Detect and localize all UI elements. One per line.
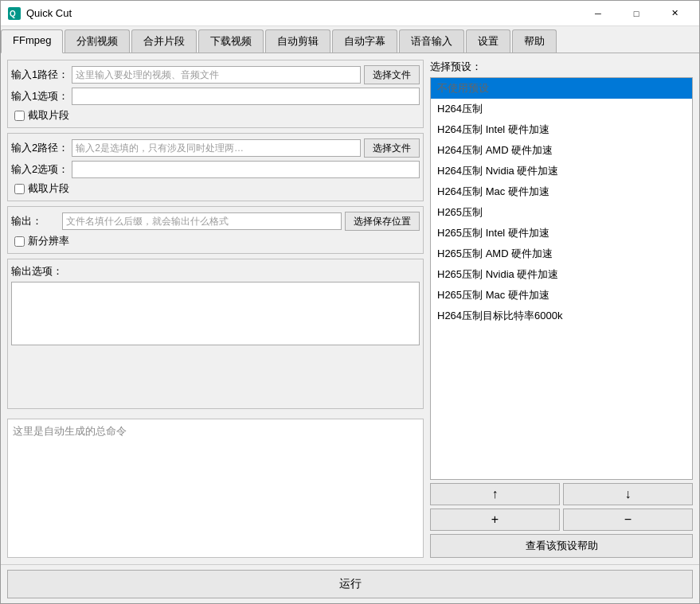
input2-section: 输入2路径： 选择文件 输入2选项： 截取片段	[7, 133, 424, 201]
input2-clip-row: 截取片段	[14, 181, 420, 196]
command-area: 这里是自动生成的总命令	[7, 419, 424, 558]
window-title: Quick Cut	[26, 7, 580, 19]
output-label: 输出：	[11, 214, 59, 228]
preset-up-btn[interactable]: ↑	[430, 483, 560, 505]
right-panel: 选择预设： 不使用预设H264压制H264压制 Intel 硬件加速H264压制…	[430, 60, 693, 558]
main-window: Q Quick Cut ─ □ ✕ FFmpeg 分割视频 合并片段 下载视频 …	[0, 0, 700, 604]
preset-item[interactable]: H264压制 AMD 硬件加速	[431, 140, 692, 161]
input2-options-row: 输入2选项：	[11, 161, 420, 178]
input1-clip-label: 截取片段	[28, 108, 69, 123]
tab-voice-input[interactable]: 语音输入	[399, 29, 464, 53]
output-options-row: 输出选项：	[11, 264, 420, 279]
output-save-btn[interactable]: 选择保存位置	[345, 212, 420, 231]
svg-text:Q: Q	[10, 10, 16, 18]
title-bar: Q Quick Cut ─ □ ✕	[1, 1, 699, 26]
preset-add-btn[interactable]: +	[430, 509, 560, 531]
input2-file-btn[interactable]: 选择文件	[364, 138, 420, 158]
input2-options-field[interactable]	[72, 161, 420, 178]
preset-remove-btn[interactable]: −	[563, 509, 693, 531]
input1-options-label: 输入1选项：	[11, 89, 68, 103]
preset-item[interactable]: H265压制 AMD 硬件加速	[431, 244, 692, 264]
preset-item[interactable]: H264压制 Nvidia 硬件加速	[431, 161, 692, 181]
tab-auto-cut[interactable]: 自动剪辑	[265, 29, 330, 53]
preset-label: 选择预设：	[430, 60, 693, 74]
tab-auto-subtitle[interactable]: 自动字幕	[332, 29, 397, 53]
bottom-section: 这里是自动生成的总命令	[7, 419, 424, 558]
input2-clip-checkbox[interactable]	[14, 184, 25, 194]
output-path-field[interactable]	[62, 212, 342, 230]
preset-item[interactable]: H264压制	[431, 99, 692, 119]
tab-merge-clips[interactable]: 合并片段	[131, 29, 197, 53]
preset-list: 不使用预设H264压制H264压制 Intel 硬件加速H264压制 AMD 硬…	[431, 78, 692, 479]
preset-item[interactable]: H265压制 Mac 硬件加速	[431, 285, 692, 306]
input2-path-field[interactable]	[72, 139, 361, 157]
run-button[interactable]: 运行	[7, 570, 693, 598]
preset-item[interactable]: 不使用预设	[431, 78, 692, 99]
main-content: 输入1路径： 选择文件 输入1选项： 截取片段 输入2路径：	[1, 53, 699, 564]
preset-down-btn[interactable]: ↓	[563, 483, 693, 505]
tab-split-video[interactable]: 分割视频	[65, 29, 130, 53]
input1-clip-row: 截取片段	[14, 108, 420, 123]
tab-download-video[interactable]: 下载视频	[198, 29, 264, 53]
output-section: 输出： 选择保存位置 新分辨率	[7, 206, 424, 254]
preset-list-container: 不使用预设H264压制H264压制 Intel 硬件加速H264压制 AMD 硬…	[430, 77, 693, 480]
preset-help-btn[interactable]: 查看该预设帮助	[430, 534, 693, 558]
input1-path-row: 输入1路径： 选择文件	[11, 65, 420, 84]
tab-ffmpeg[interactable]: FFmpeg	[1, 29, 63, 53]
input2-path-label: 输入2路径：	[11, 141, 68, 155]
preset-item[interactable]: H265压制 Intel 硬件加速	[431, 223, 692, 244]
preset-item[interactable]: H264压制 Intel 硬件加速	[431, 119, 692, 140]
new-resolution-checkbox[interactable]	[14, 236, 25, 247]
preset-item[interactable]: H265压制 Nvidia 硬件加速	[431, 264, 692, 285]
preset-item[interactable]: H265压制	[431, 202, 692, 223]
app-icon: Q	[7, 6, 22, 21]
close-button[interactable]: ✕	[656, 1, 693, 26]
tab-settings[interactable]: 设置	[466, 29, 510, 53]
tab-bar: FFmpeg 分割视频 合并片段 下载视频 自动剪辑 自动字幕 语音输入 设置 …	[1, 26, 699, 53]
command-placeholder-text: 这里是自动生成的总命令	[13, 425, 127, 437]
window-controls: ─ □ ✕	[580, 1, 693, 26]
input1-path-field[interactable]	[72, 66, 361, 84]
left-panel: 输入1路径： 选择文件 输入1选项： 截取片段 输入2路径：	[7, 60, 424, 558]
output-path-row: 输出： 选择保存位置	[11, 212, 420, 231]
preset-item[interactable]: H264压制目标比特率6000k	[431, 306, 692, 326]
output-options-label: 输出选项：	[11, 264, 63, 279]
input1-section: 输入1路径： 选择文件 输入1选项： 截取片段	[7, 60, 424, 128]
input1-path-label: 输入1路径：	[11, 68, 68, 82]
output-options-textarea[interactable]	[11, 282, 420, 345]
input2-path-row: 输入2路径： 选择文件	[11, 138, 420, 158]
new-resolution-label: 新分辨率	[28, 234, 69, 248]
maximize-button[interactable]: □	[618, 1, 655, 26]
preset-actions: ↑ ↓ + −	[430, 483, 693, 531]
minimize-button[interactable]: ─	[580, 1, 616, 26]
input1-options-row: 输入1选项：	[11, 88, 420, 105]
tab-help[interactable]: 帮助	[512, 29, 557, 53]
output-options-section: 输出选项：	[7, 259, 424, 409]
input1-clip-checkbox[interactable]	[14, 111, 25, 121]
input1-options-field[interactable]	[72, 88, 420, 105]
run-bar: 运行	[1, 564, 699, 603]
input2-options-label: 输入2选项：	[11, 162, 68, 177]
preset-item[interactable]: H264压制 Mac 硬件加速	[431, 181, 692, 202]
new-resolution-row: 新分辨率	[14, 234, 420, 248]
input2-clip-label: 截取片段	[28, 181, 69, 196]
input1-file-btn[interactable]: 选择文件	[364, 65, 420, 84]
